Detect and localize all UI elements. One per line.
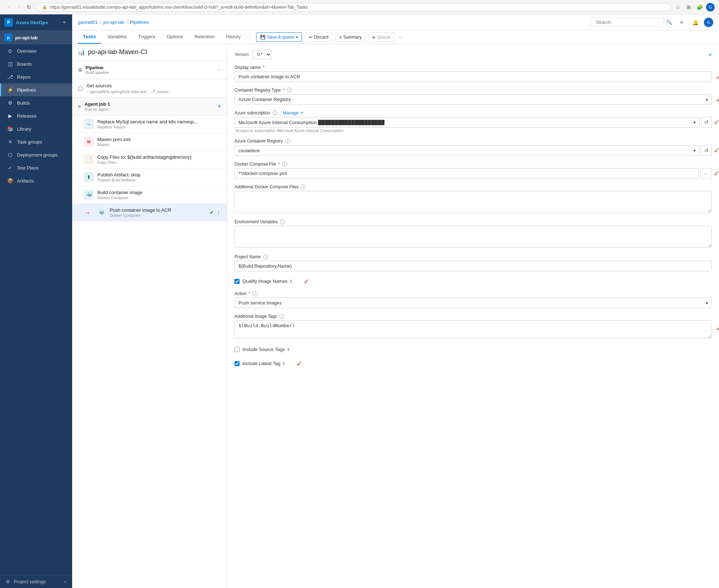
push-container-icon: 🐳 [96, 207, 106, 218]
collapse-icon[interactable]: « [64, 579, 66, 584]
pipeline-title-icon: 📊 [78, 49, 85, 56]
forward-button[interactable]: › [14, 3, 23, 12]
azure-container-registry-select[interactable]: csulabtest [234, 145, 700, 156]
sidebar-item-builds[interactable]: ⚙ Builds [0, 96, 72, 109]
pipeline-section[interactable]: ⚙ Pipeline Build pipeline ··· [72, 61, 227, 79]
display-name-input[interactable] [234, 71, 712, 82]
sidebar-item-releases[interactable]: ▶ Releases [0, 109, 72, 122]
agent-job[interactable]: ≡ Agent job 1 Run on agent + [72, 98, 227, 115]
sidebar-item-boards[interactable]: ◫ Boards [0, 57, 72, 70]
task-item-push-container[interactable]: → 🐳 Push container image to ACR Docker C… [72, 204, 227, 221]
get-sources[interactable]: ⬡ Get sources ○ ganrad/k8s-springboot-da… [72, 79, 227, 98]
azure-subscription-select[interactable]: Microsoft Azure Internal Consumption ███… [234, 117, 700, 128]
project-name-info-icon[interactable]: i [263, 254, 268, 259]
task-item-maven[interactable]: M Maven pom.xml Maven [72, 133, 227, 151]
include-latest-tag-label[interactable]: Include Latest Tag [242, 361, 280, 366]
qualify-image-names-info-icon[interactable]: i [290, 278, 291, 284]
subscription-info-icon[interactable]: i [272, 110, 277, 115]
breadcrumb-section[interactable]: Pipelines [130, 19, 149, 25]
include-source-tags-label[interactable]: Include Source Tags [242, 347, 285, 352]
tab-options[interactable]: Options [162, 30, 188, 44]
env-vars-info-icon[interactable]: i [280, 219, 285, 224]
additional-image-tags-section: Additional Image Tags i $(Build.BuildNum… [234, 314, 712, 339]
docker-compose-file-input[interactable] [234, 168, 699, 179]
add-task-button[interactable]: + [217, 103, 221, 110]
include-latest-tag-info-icon[interactable]: i [283, 361, 284, 366]
repos-icon: ⎇ [7, 74, 13, 80]
qualify-image-names-checkbox[interactable] [234, 279, 240, 284]
tab-history[interactable]: History [221, 30, 246, 44]
windows-button[interactable]: ⊞ [684, 3, 693, 12]
action-select[interactable]: Push service images [234, 298, 712, 308]
save-queue-dropdown-icon[interactable]: ▾ [296, 35, 298, 40]
include-source-tags-checkbox[interactable] [234, 347, 240, 352]
collapse-form-button[interactable]: « [709, 51, 712, 58]
browser-actions: ☆ ⊞ 🧩 G [674, 3, 715, 12]
project-settings[interactable]: ⚙ Project settings « [0, 575, 72, 588]
docker-compose-info-icon[interactable]: i [282, 162, 287, 167]
sidebar-item-repos[interactable]: ⎇ Repos [0, 70, 72, 83]
sidebar-item-test-plans[interactable]: ✓ Test Plans [0, 161, 72, 174]
discard-button[interactable]: ↩ Discard [305, 32, 333, 42]
task-item-copy-files[interactable]: 📄 Copy Files to: $(build.artifactstaging… [72, 151, 227, 168]
project-name-input[interactable] [234, 261, 712, 271]
action-info-icon[interactable]: i [253, 291, 258, 296]
qualify-image-names-annotation: ✓ [303, 277, 310, 286]
container-registry-type-info-icon[interactable]: i [287, 88, 292, 93]
tab-triggers[interactable]: Triggers [133, 30, 160, 44]
additional-image-tags-info-icon[interactable]: i [279, 314, 284, 319]
user-avatar[interactable]: G [706, 3, 715, 12]
sidebar-item-pipelines[interactable]: ⚡ Pipelines [0, 83, 72, 96]
acr-refresh-button[interactable]: ↺ [701, 145, 712, 156]
queue-button[interactable]: ▶ Queue [369, 32, 394, 42]
tab-tasks[interactable]: Tasks [78, 30, 101, 44]
acr-info-icon[interactable]: i [285, 139, 290, 144]
more-actions-button[interactable]: ··· [397, 32, 405, 41]
version-select[interactable]: 0.* [253, 50, 272, 59]
repo-icon: ○ [87, 89, 89, 94]
manage-link[interactable]: Manage ↗ [283, 110, 303, 115]
additional-image-tags-textarea[interactable]: $(Build.BuildNumber) [234, 320, 712, 338]
tab-variables[interactable]: Variables [102, 30, 132, 44]
breadcrumb-project[interactable]: po-api-lab [104, 19, 124, 25]
sidebar-item-task-groups[interactable]: ≡ Task groups [0, 135, 72, 148]
sidebar-project[interactable]: p po-api-lab [0, 31, 72, 44]
docker-compose-browse-button[interactable]: ··· [700, 168, 712, 179]
sidebar-item-overview[interactable]: ⊙ Overview [0, 44, 72, 57]
sidebar-item-deployment-groups[interactable]: ⬡ Deployment groups [0, 148, 72, 161]
add-project-button[interactable]: + [61, 19, 68, 26]
summary-button[interactable]: ≡ Summary [335, 32, 365, 42]
subscription-refresh-button[interactable]: ↺ [701, 117, 712, 128]
task-item-build-container[interactable]: 🐳 Build container image Docker Compose [72, 186, 227, 204]
refresh-button[interactable]: ↻ [25, 3, 33, 12]
notifications-button[interactable]: 🔔 [690, 17, 700, 27]
azure-container-registry-label: Azure Container Registry i [234, 139, 712, 144]
sidebar-item-library[interactable]: 📚 Library [0, 122, 72, 135]
tabs-divider [250, 34, 250, 41]
save-queue-button[interactable]: 💾 Save & queue ▾ [256, 32, 302, 42]
sidebar-item-artifacts[interactable]: 📦 Artifacts [0, 174, 72, 187]
back-button[interactable]: ‹ [4, 3, 13, 12]
include-source-tags-info-icon[interactable]: i [288, 347, 289, 352]
container-registry-type-select[interactable]: Azure Container Registry [234, 94, 712, 105]
include-latest-tag-checkbox[interactable] [234, 361, 240, 366]
qualify-image-names-label[interactable]: Qualify Image Names [242, 278, 288, 284]
task-item-publish-artifact[interactable]: ⬆ Publish Artifact: drop Publish Build A… [72, 168, 227, 186]
breadcrumb-org[interactable]: ganrad01 [78, 19, 98, 25]
search-icon: 🔍 [666, 19, 672, 25]
url-bar[interactable]: 🔒 https://ganrad01.visualstudio.com/po-a… [36, 3, 671, 12]
tab-retention[interactable]: Retention [189, 30, 220, 44]
task-item-replace-tokens[interactable]: ↔ Replace MySql service name and k8s nam… [72, 115, 227, 133]
environment-variables-textarea[interactable] [234, 226, 712, 247]
star-button[interactable]: ☆ [674, 3, 682, 12]
task-more-button[interactable]: ⋮ [216, 210, 221, 215]
pipeline-more-button[interactable]: ··· [217, 67, 221, 73]
extensions-button[interactable]: 🧩 [695, 3, 704, 12]
search-input[interactable] [591, 18, 663, 27]
additional-docker-info-icon[interactable]: i [301, 184, 306, 189]
list-view-button[interactable]: ≡ [676, 17, 687, 27]
additional-docker-compose-textarea[interactable] [234, 191, 712, 212]
task-item-info: Build container image Docker Compose [97, 190, 221, 200]
user-profile-button[interactable]: G [704, 18, 713, 27]
task-item-subtitle: Replace Tokens [97, 125, 221, 129]
